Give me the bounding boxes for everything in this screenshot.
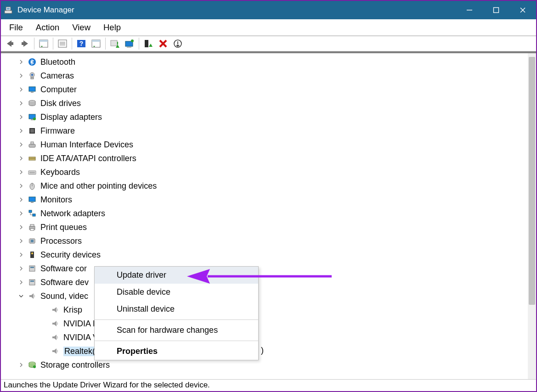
- mouse-icon: [28, 181, 37, 190]
- svg-point-45: [33, 118, 36, 120]
- tree-node-network-adapters[interactable]: Network adapters: [1, 207, 528, 220]
- show-hidden2-icon[interactable]: [89, 37, 103, 50]
- window-title: Device Manager: [17, 6, 74, 15]
- context-menu-properties[interactable]: Properties: [95, 343, 258, 360]
- svg-rect-59: [29, 210, 32, 213]
- expander-icon[interactable]: [17, 361, 25, 369]
- show-hidden-icon[interactable]: [36, 37, 51, 50]
- context-menu-scan-for-hardware-changes[interactable]: Scan for hardware changes: [95, 322, 258, 339]
- software-icon: [28, 264, 37, 273]
- menu-file[interactable]: File: [4, 21, 28, 34]
- back-icon[interactable]: [3, 37, 17, 50]
- tree-node-cameras[interactable]: Cameras: [1, 69, 528, 83]
- expander-icon[interactable]: [17, 237, 25, 245]
- maximize-button[interactable]: [483, 1, 509, 19]
- sound-icon: [28, 291, 37, 301]
- tree-node-disk-drives[interactable]: Disk drives: [1, 96, 528, 110]
- tree-node-computer[interactable]: Computer: [1, 83, 528, 96]
- tree-node-label: IDE ATA/ATAPI controllers: [40, 154, 136, 163]
- vertical-scrollbar[interactable]: [528, 53, 536, 379]
- context-menu-separator: [95, 341, 258, 341]
- toolbar-separator: [34, 38, 34, 50]
- tree-node-label: Bluetooth: [40, 57, 75, 67]
- expander-icon[interactable]: [17, 210, 25, 217]
- enable-device-icon[interactable]: [141, 37, 156, 50]
- svg-rect-57: [29, 197, 35, 202]
- toolbar-separator: [139, 38, 139, 50]
- expander-icon[interactable]: [17, 86, 25, 93]
- svg-rect-49: [31, 142, 34, 144]
- expander-icon[interactable]: [17, 155, 25, 162]
- svg-rect-10: [22, 42, 24, 45]
- tree-node-sound-videc[interactable]: Sound, videc: [1, 289, 528, 303]
- expander-icon[interactable]: [17, 100, 25, 107]
- menu-action[interactable]: Action: [30, 21, 65, 34]
- storage-icon: [28, 360, 37, 370]
- expander-icon[interactable]: [17, 72, 25, 79]
- tree-node-processors[interactable]: Processors: [1, 234, 528, 248]
- expander-icon[interactable]: [17, 196, 25, 203]
- svg-marker-78: [52, 321, 57, 326]
- svg-rect-23: [111, 40, 117, 46]
- svg-rect-29: [145, 40, 148, 47]
- expander-icon[interactable]: [17, 279, 25, 286]
- svg-rect-58: [31, 202, 34, 203]
- device-tree[interactable]: BluetoothCamerasComputerDisk drivesDispl…: [1, 53, 528, 379]
- tree-leaf-krisp[interactable]: Krisp: [1, 303, 528, 317]
- svg-point-82: [33, 365, 36, 368]
- tree-node-print-queues[interactable]: Print queues: [1, 220, 528, 234]
- minimize-button[interactable]: [456, 1, 483, 19]
- svg-rect-0: [5, 11, 12, 13]
- help-icon[interactable]: ?: [74, 37, 89, 50]
- disable-device-icon[interactable]: [170, 37, 185, 50]
- menubar: FileActionViewHelp: [1, 19, 536, 36]
- processor-icon: [28, 236, 37, 246]
- expander-icon[interactable]: [17, 292, 25, 300]
- tree-leaf-realtek-r-audio[interactable]: Realtek(R) Audio: [1, 344, 528, 358]
- expander-icon[interactable]: [17, 182, 25, 190]
- tree-node-label: Human Interface Devices: [40, 140, 133, 150]
- menu-help[interactable]: Help: [98, 21, 126, 34]
- expander-icon[interactable]: [17, 58, 25, 66]
- svg-marker-7: [7, 40, 11, 47]
- svg-rect-41: [31, 92, 34, 93]
- update-driver-icon[interactable]: [107, 37, 122, 50]
- forward-icon[interactable]: [17, 37, 32, 50]
- properties-icon[interactable]: [55, 37, 70, 50]
- expander-icon[interactable]: [17, 127, 25, 134]
- tree-node-firmware[interactable]: Firmware: [1, 124, 528, 138]
- tree-leaf-nvidia-v[interactable]: NVIDIA V: [1, 330, 528, 344]
- expander-icon[interactable]: [17, 168, 25, 176]
- tree-node-label: Cameras: [40, 71, 74, 81]
- tree-node-software-cor[interactable]: Software cor: [1, 262, 528, 275]
- network-icon: [28, 209, 37, 218]
- tree-node-ide-ata-atapi-controllers[interactable]: IDE ATA/ATAPI controllers: [1, 151, 528, 165]
- tree-node-label: Storage controllers: [40, 360, 110, 370]
- expander-icon[interactable]: [17, 224, 25, 231]
- tree-node-display-adapters[interactable]: Display adapters: [1, 110, 528, 124]
- tree-leaf-nvidia-h[interactable]: NVIDIA H: [1, 317, 528, 330]
- tree-node-security-devices[interactable]: Security devices: [1, 248, 528, 262]
- ide-icon: [28, 154, 37, 163]
- tree-node-monitors[interactable]: Monitors: [1, 193, 528, 207]
- tree-node-mice-and-other-pointing-devices[interactable]: Mice and other pointing devices: [1, 179, 528, 193]
- svg-point-71: [31, 252, 33, 254]
- sound-icon: [51, 305, 60, 314]
- close-button[interactable]: [509, 1, 536, 19]
- tree-node-keyboards[interactable]: Keyboards: [1, 165, 528, 179]
- tree-node-human-interface-devices[interactable]: Human Interface Devices: [1, 138, 528, 151]
- menu-view[interactable]: View: [67, 21, 96, 34]
- expander-icon[interactable]: [17, 113, 25, 121]
- scrollbar-thumb[interactable]: [529, 57, 535, 305]
- uninstall-icon[interactable]: [156, 37, 170, 50]
- scan-hardware-icon[interactable]: [122, 37, 137, 50]
- tree-node-storage-controllers[interactable]: Storage controllers: [1, 358, 528, 372]
- expander-icon[interactable]: [17, 251, 25, 258]
- context-menu-disable-device[interactable]: Disable device: [95, 284, 258, 301]
- expander-icon[interactable]: [17, 265, 25, 272]
- expander-icon[interactable]: [17, 141, 25, 148]
- tree-node-software-dev[interactable]: Software dev: [1, 275, 528, 289]
- context-menu-uninstall-device[interactable]: Uninstall device: [95, 301, 258, 318]
- context-menu-update-driver[interactable]: Update driver: [95, 267, 258, 284]
- tree-node-bluetooth[interactable]: Bluetooth: [1, 55, 528, 69]
